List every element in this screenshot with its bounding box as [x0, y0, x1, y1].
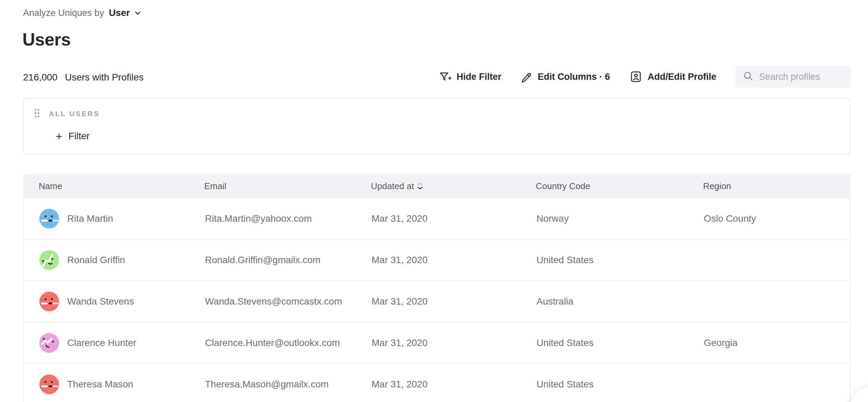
filter-panel: ALL USERS + Filter	[23, 98, 850, 155]
table-row[interactable]: Wanda Stevens Wanda.Stevens@comcastx.com…	[24, 281, 850, 323]
user-updated-at: Mar 31, 2020	[372, 255, 428, 266]
user-name: Ronald Griffin	[67, 255, 125, 266]
user-name: Clarence Hunter	[67, 337, 136, 348]
users-page: Analyze Uniques by User Users 216,000 Us…	[0, 0, 868, 402]
avatar	[39, 333, 59, 353]
chevron-down-icon	[133, 8, 142, 17]
user-name: Wanda Stevens	[67, 296, 134, 307]
user-country-code: United States	[536, 379, 593, 390]
column-header-region: Region	[703, 181, 731, 191]
pencil-icon	[520, 71, 532, 83]
user-updated-at: Mar 31, 2020	[372, 379, 428, 390]
analyze-by-value: User	[109, 7, 130, 18]
help-button[interactable]	[849, 386, 868, 402]
page-title: Users	[22, 29, 71, 50]
add-filter-label: Filter	[69, 131, 90, 142]
column-header-name: Name	[39, 181, 62, 191]
search-icon	[743, 71, 754, 83]
table-row[interactable]: Theresa Mason Theresa.Mason@gmailx.com M…	[24, 364, 850, 402]
avatar	[39, 250, 59, 270]
user-email: Ronald.Griffin@gmailx.com	[205, 255, 321, 266]
edit-columns-button[interactable]: Edit Columns · 6	[520, 71, 610, 83]
user-country-code: United States	[536, 255, 593, 266]
profiles-count: 216,000	[23, 72, 57, 83]
user-email: Theresa.Mason@gmailx.com	[205, 379, 329, 390]
user-country-code: Australia	[536, 296, 573, 307]
toolbar: Hide Filter Edit Columns · 6 Add/Edit Pr…	[438, 65, 851, 88]
avatar	[39, 292, 59, 311]
add-edit-profile-button[interactable]: Add/Edit Profile	[629, 70, 717, 84]
user-email: Rita.Martin@yahoox.com	[205, 213, 312, 224]
table-row[interactable]: Ronald Griffin Ronald.Griffin@gmailx.com…	[24, 240, 850, 281]
user-country-code: United States	[536, 337, 593, 348]
user-email: Wanda.Stevens@comcastx.com	[205, 296, 342, 307]
analyze-uniques-label: Analyze Uniques by	[23, 8, 104, 18]
user-country-code: Norway	[536, 213, 569, 224]
user-name: Theresa Mason	[67, 379, 133, 390]
user-email: Clarence.Hunter@outlookx.com	[205, 337, 340, 348]
user-updated-at: Mar 31, 2020	[372, 213, 428, 224]
avatar	[39, 209, 59, 229]
table-header: Name Email Updated at Country Code Regio…	[23, 174, 850, 198]
user-region: Oslo County	[704, 213, 756, 224]
profile-badge-icon	[629, 70, 643, 84]
user-updated-at: Mar 31, 2020	[372, 337, 428, 348]
column-header-email: Email	[204, 181, 226, 191]
table-row[interactable]: Rita Martin Rita.Martin@yahoox.com Mar 3…	[24, 198, 850, 240]
users-table: Name Email Updated at Country Code Regio…	[23, 174, 850, 402]
user-region: Georgia	[704, 337, 738, 348]
table-row[interactable]: Clarence Hunter Clarence.Hunter@outlookx…	[24, 323, 850, 364]
hide-filter-label: Hide Filter	[456, 72, 501, 82]
add-edit-profile-label: Add/Edit Profile	[648, 72, 717, 82]
cohort-group-label: ALL USERS	[49, 110, 100, 118]
profiles-count-label: Users with Profiles	[65, 72, 144, 83]
profiles-count-row: 216,000 Users with Profiles	[23, 72, 144, 83]
user-name: Rita Martin	[67, 213, 113, 224]
analyze-uniques-row: Analyze Uniques by User	[23, 7, 142, 18]
column-header-country-code: Country Code	[536, 181, 590, 191]
analyze-by-dropdown[interactable]: User	[109, 7, 142, 18]
add-filter-button[interactable]: + Filter	[56, 130, 90, 142]
plus-icon: +	[56, 130, 62, 142]
hide-filter-button[interactable]: Hide Filter	[438, 71, 501, 83]
avatar	[39, 374, 59, 394]
search-profiles-input[interactable]	[759, 72, 843, 82]
sort-icon	[417, 183, 423, 190]
search-profiles-box[interactable]	[735, 66, 851, 88]
filter-funnel-icon	[438, 71, 451, 83]
column-header-updated-at[interactable]: Updated at	[371, 181, 423, 191]
user-updated-at: Mar 31, 2020	[372, 296, 428, 307]
edit-columns-label: Edit Columns · 6	[537, 72, 610, 82]
drag-handle-icon[interactable]	[34, 108, 40, 120]
